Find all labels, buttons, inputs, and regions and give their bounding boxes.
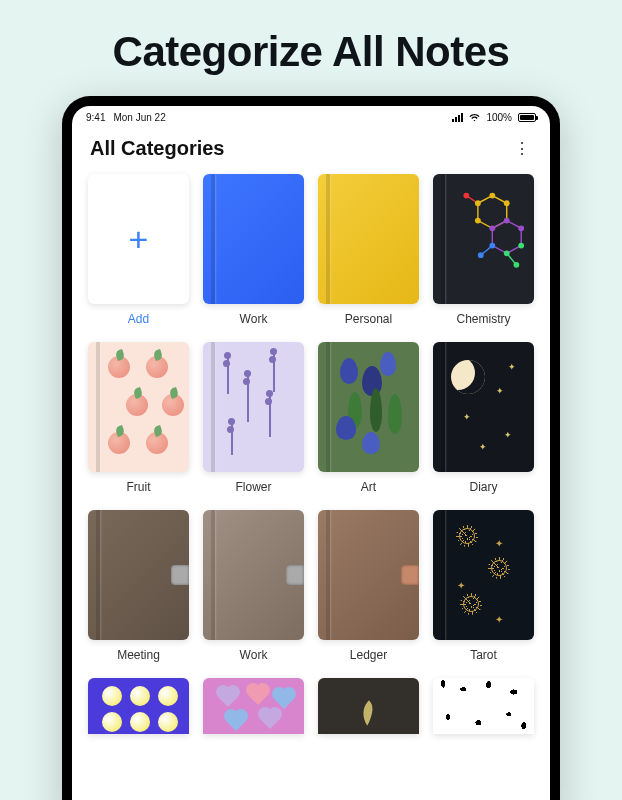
notebook-cover <box>318 342 419 472</box>
category-item[interactable] <box>318 678 419 734</box>
clasp-icon <box>171 565 189 585</box>
svg-point-11 <box>518 225 524 231</box>
notebook-cover <box>88 342 189 472</box>
category-item[interactable] <box>88 678 189 734</box>
page-title: All Categories <box>90 137 224 160</box>
clasp-icon <box>286 565 304 585</box>
category-label: Work <box>240 648 268 662</box>
svg-point-6 <box>475 200 481 206</box>
svg-marker-1 <box>492 221 521 254</box>
notebook-cover <box>318 678 419 734</box>
device-screen: 9:41 Mon Jun 22 100% All Categories ⋮ + … <box>72 106 550 800</box>
notebook-cover <box>433 174 534 304</box>
category-label: Ledger <box>350 648 387 662</box>
cellular-signal-icon <box>452 113 463 122</box>
category-label: Fruit <box>127 480 151 494</box>
svg-point-8 <box>504 200 510 206</box>
category-label: Art <box>361 480 376 494</box>
category-label: Flower <box>235 480 271 494</box>
notebook-cover <box>203 678 304 734</box>
clasp-icon <box>401 565 419 585</box>
category-item-chemistry[interactable]: Chemistry <box>433 174 534 326</box>
more-menu-button[interactable]: ⋮ <box>512 139 532 158</box>
svg-point-14 <box>489 243 495 249</box>
svg-point-13 <box>504 250 510 256</box>
svg-point-7 <box>489 193 495 199</box>
category-item-fruit[interactable]: Fruit <box>88 342 189 494</box>
category-item-personal[interactable]: Personal <box>318 174 419 326</box>
notebook-cover <box>318 510 419 640</box>
moon-icon <box>451 360 485 394</box>
category-label: Personal <box>345 312 392 326</box>
notebook-cover <box>88 678 189 734</box>
category-item[interactable] <box>203 678 304 734</box>
category-item-ledger[interactable]: Ledger <box>318 510 419 662</box>
category-item-tarot[interactable]: ✦ ✦ ✦ Tarot <box>433 510 534 662</box>
status-time: 9:41 <box>86 112 105 123</box>
category-label: Chemistry <box>456 312 510 326</box>
notebook-cover: ✦ ✦ ✦ ✦ ✦ <box>433 342 534 472</box>
category-item[interactable] <box>433 678 534 734</box>
sun-icon <box>491 560 507 576</box>
app-header: All Categories ⋮ <box>72 127 550 174</box>
sun-icon <box>463 596 479 612</box>
add-label: Add <box>128 312 149 326</box>
notebook-cover <box>203 510 304 640</box>
notebook-cover <box>203 174 304 304</box>
wifi-icon <box>469 112 480 123</box>
category-label: Diary <box>469 480 497 494</box>
svg-point-5 <box>463 193 469 199</box>
svg-point-12 <box>518 243 524 249</box>
category-item-work[interactable]: Work <box>203 174 304 326</box>
status-date: Mon Jun 22 <box>113 112 165 123</box>
molecule-icon <box>449 184 526 280</box>
category-label: Tarot <box>470 648 497 662</box>
category-item-work-2[interactable]: Work <box>203 510 304 662</box>
svg-point-9 <box>504 218 510 224</box>
category-item-diary[interactable]: ✦ ✦ ✦ ✦ ✦ Diary <box>433 342 534 494</box>
notebook-cover <box>318 174 419 304</box>
category-label: Work <box>240 312 268 326</box>
sun-icon <box>459 528 475 544</box>
category-label: Meeting <box>117 648 160 662</box>
category-item-flower[interactable]: Flower <box>203 342 304 494</box>
battery-icon <box>518 113 536 122</box>
category-item-art[interactable]: Art <box>318 342 419 494</box>
category-item-meeting[interactable]: Meeting <box>88 510 189 662</box>
add-category-button[interactable]: + Add <box>88 174 189 326</box>
svg-point-17 <box>475 218 481 224</box>
notebook-cover: ✦ ✦ ✦ <box>433 510 534 640</box>
battery-percent: 100% <box>486 112 512 123</box>
categories-grid: + Add Work Personal <box>72 174 550 750</box>
notebook-cover <box>88 510 189 640</box>
status-bar: 9:41 Mon Jun 22 100% <box>72 106 550 127</box>
svg-point-16 <box>513 262 519 268</box>
device-frame: 9:41 Mon Jun 22 100% All Categories ⋮ + … <box>62 96 560 800</box>
svg-point-15 <box>478 252 484 258</box>
feather-icon <box>358 698 380 728</box>
plus-icon: + <box>88 174 189 304</box>
svg-point-10 <box>489 225 495 231</box>
notebook-cover <box>203 342 304 472</box>
notebook-cover <box>433 678 534 734</box>
promo-title: Categorize All Notes <box>0 0 622 96</box>
